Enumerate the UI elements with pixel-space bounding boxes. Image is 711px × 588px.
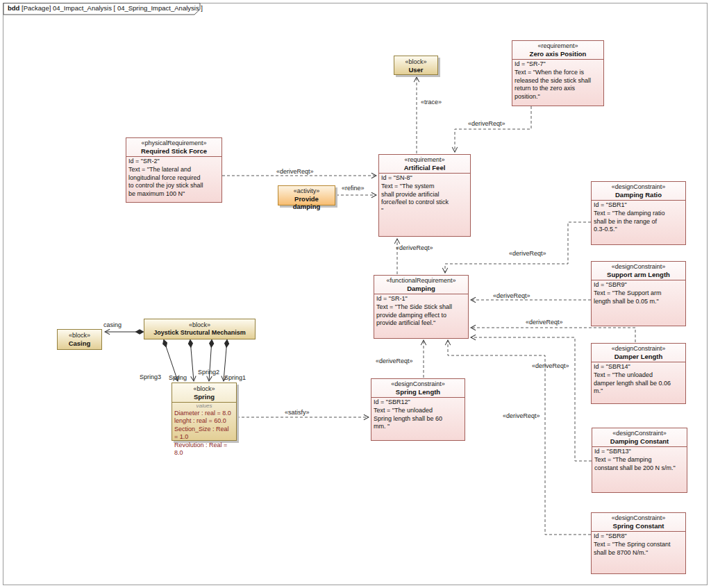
derive-zeroaxis-artificialfeel[interactable]: [455, 106, 531, 152]
bdd-diagram-canvas: bdd [Package] 04_Impact_Analysis [ 04_Sp…: [0, 0, 711, 588]
label-derive-damping-af: «deriveReqt»: [396, 244, 433, 251]
requirement-support-arm-length[interactable]: «designConstraint» Support arm Length Id…: [591, 261, 686, 326]
label-trace: «trace»: [421, 99, 442, 106]
label-spring1-role: Spring1: [224, 374, 246, 381]
block-joystick-structural-mechanism[interactable]: «block» Joystick Structural Mechanism: [144, 319, 256, 339]
requirement-zero-axis-position[interactable]: «requirement» Zero axis Position Id = "S…: [512, 40, 604, 106]
derive-damperlength-damping[interactable]: [471, 328, 635, 342]
requirement-required-stick-force[interactable]: «physicalRequirement» Required Stick For…: [126, 137, 222, 203]
block-casing[interactable]: «block» Casing: [57, 329, 102, 350]
spring-values: Diameter : real = 8.0 lenght : real = 60…: [172, 410, 236, 459]
label-spring2-role: Spring2: [198, 369, 219, 376]
label-satisfy: «satisfy»: [285, 409, 310, 416]
requirement-damping-constant[interactable]: «designConstraint» Damping Constant Id =…: [592, 428, 687, 493]
diagram-title: bdd [Package] 04_Impact_Analysis [ 04_Sp…: [8, 4, 203, 12]
composition-jsm-spring[interactable]: [190, 340, 194, 381]
activity-provide-damping[interactable]: «activity» Provide damping: [278, 185, 335, 205]
requirement-damping[interactable]: «functionalRequirement» Damping Id = "SR…: [374, 275, 469, 339]
label-spring3-role: Spring3: [140, 373, 161, 380]
block-user[interactable]: «block» User: [394, 56, 438, 75]
label-derive-springlength: «deriveReqt»: [376, 358, 413, 364]
requirement-artificial-feel[interactable]: «requirement» Artificial Feel Id = "SN-8…: [378, 154, 471, 237]
requirement-damping-ratio[interactable]: «designConstraint» Damping Ratio Id = "S…: [591, 181, 686, 245]
label-derive-zeroaxis: «deriveReqt»: [468, 120, 505, 127]
derive-dampingconstant-damping[interactable]: [471, 337, 592, 461]
label-derive-springconstant: «deriveReqt»: [503, 412, 540, 419]
requirement-spring-constant[interactable]: «designConstraint» Spring Constant Id = …: [591, 512, 686, 574]
label-derive-supportarm: «deriveReqt»: [493, 292, 530, 299]
label-refine: «refine»: [342, 185, 365, 192]
label-derive-damperlength: «deriveReqt»: [526, 319, 563, 326]
label-derive-stickforce: «deriveReqt»: [276, 168, 314, 175]
spring-values-compartment-label: values: [172, 403, 236, 410]
requirement-damper-length[interactable]: «designConstraint» Damper Length Id = "S…: [591, 343, 686, 404]
label-spring-role: Spring: [169, 374, 187, 381]
derive-springconstant-damping[interactable]: [448, 340, 591, 535]
label-casing-role: casing: [103, 321, 122, 328]
label-derive-dampingconstant: «deriveReqt»: [532, 362, 569, 369]
requirement-spring-length[interactable]: «designConstraint» Spring Length Id = "S…: [371, 378, 465, 441]
label-derive-dampingratio: «deriveReqt»: [509, 250, 546, 257]
block-spring[interactable]: «block» Spring values Diameter : real = …: [172, 383, 237, 441]
